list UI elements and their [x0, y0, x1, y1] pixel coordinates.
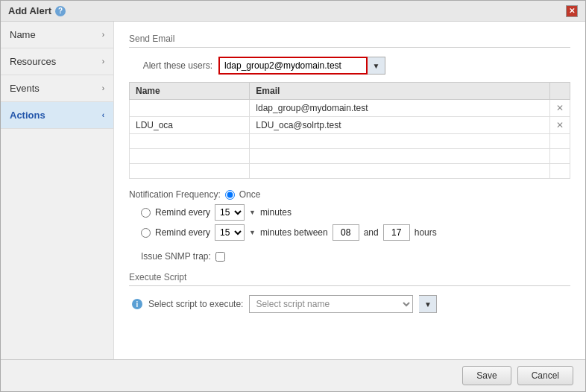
snmp-row: Issue SNMP trap:: [129, 251, 570, 262]
chevron-remind2-icon: ▼: [249, 229, 256, 236]
title-text: Add Alert: [8, 5, 51, 16]
remind1-row: Remind every 15 30 60 ▼ minutes: [129, 204, 570, 221]
execute-script-section: Execute Script i Select script to execut…: [129, 272, 570, 313]
close-button[interactable]: ✕: [566, 5, 578, 17]
hours-label: hours: [415, 227, 437, 238]
minutes2-label: minutes between: [260, 227, 328, 238]
snmp-checkbox[interactable]: [215, 252, 225, 262]
notification-section: Notification Frequency: Once Remind ever…: [129, 189, 570, 241]
chevron-right-icon-name: ›: [102, 31, 104, 39]
sidebar-label-resources: Resources: [10, 56, 56, 67]
chevron-down-script-icon: ▼: [424, 300, 432, 309]
email-dropdown-button[interactable]: ▼: [368, 57, 385, 75]
remove-button[interactable]: ✕: [550, 100, 570, 117]
dialog-titlebar: Add Alert ? ✕: [1, 1, 585, 22]
remind2-label: Remind every: [155, 227, 210, 238]
remind2-select[interactable]: 15 30 60: [215, 224, 245, 241]
minutes1-label: minutes: [260, 207, 292, 218]
table-row: ldap_group@mydomain.test ✕: [130, 100, 570, 117]
freq-remind1-radio[interactable]: [141, 208, 151, 218]
freq-once-radio[interactable]: [225, 190, 235, 200]
row-name: LDU_oca: [130, 117, 250, 134]
chevron-right-icon-events: ›: [102, 84, 104, 92]
info-icon[interactable]: i: [132, 299, 142, 309]
remove-button[interactable]: ✕: [550, 117, 570, 134]
add-alert-dialog: Add Alert ? ✕ Name › Resources › Events …: [0, 0, 586, 392]
sidebar: Name › Resources › Events › Actions ‹: [1, 22, 114, 359]
col-email-header: Email: [250, 83, 550, 100]
empty-row: [130, 134, 570, 149]
sidebar-item-events[interactable]: Events ›: [1, 75, 113, 102]
remind1-label: Remind every: [155, 207, 210, 218]
script-row: i Select script to execute: Select scrip…: [129, 295, 570, 313]
alert-users-row: Alert these users: ▼: [129, 57, 570, 75]
freq-remind2-radio[interactable]: [141, 228, 151, 238]
send-email-header: Send Email: [129, 34, 570, 48]
help-icon[interactable]: ?: [55, 6, 66, 16]
alert-users-input[interactable]: [218, 57, 368, 75]
cancel-button[interactable]: Cancel: [517, 366, 573, 385]
content-area: Send Email Alert these users: ▼ Name Ema…: [114, 22, 585, 359]
chevron-right-icon-resources: ›: [102, 57, 104, 66]
row-name: [130, 100, 250, 117]
script-dropdown-button[interactable]: ▼: [419, 295, 437, 313]
remind1-select[interactable]: 15 30 60: [215, 204, 245, 221]
empty-row: [130, 149, 570, 164]
dialog-footer: Save Cancel: [1, 359, 585, 391]
empty-row: [130, 164, 570, 179]
row-email: ldap_group@mydomain.test: [250, 100, 550, 117]
save-button[interactable]: Save: [462, 366, 511, 385]
sidebar-label-name: Name: [10, 29, 36, 40]
alert-users-label: Alert these users:: [129, 60, 218, 71]
table-row: LDU_oca LDU_oca@solrtp.test ✕: [130, 117, 570, 134]
sidebar-item-resources[interactable]: Resources ›: [1, 48, 113, 75]
sidebar-item-name[interactable]: Name ›: [1, 22, 113, 48]
freq-label-row: Notification Frequency: Once: [129, 189, 570, 200]
sidebar-label-events: Events: [10, 83, 40, 94]
snmp-label: Issue SNMP trap:: [141, 251, 211, 262]
and-label: and: [364, 227, 379, 238]
send-email-label: Send Email: [129, 34, 180, 44]
sidebar-label-actions: Actions: [10, 110, 45, 121]
chevron-down-icon: ▼: [373, 62, 380, 70]
users-table: Name Email ldap_group@mydomain.test ✕ LD…: [129, 82, 570, 179]
email-input-wrapper: ▼: [218, 57, 385, 75]
chevron-remind1-icon: ▼: [249, 209, 256, 216]
between-end-input[interactable]: [383, 224, 410, 241]
execute-script-label: Execute Script: [129, 272, 192, 282]
script-select[interactable]: Select script name: [249, 295, 413, 313]
execute-script-header: Execute Script: [129, 272, 570, 286]
freq-once-label: Once: [239, 189, 261, 200]
remind2-row: Remind every 15 30 60 ▼ minutes between …: [129, 224, 570, 241]
col-name-header: Name: [130, 83, 250, 100]
sidebar-item-actions[interactable]: Actions ‹: [1, 102, 113, 129]
row-email: LDU_oca@solrtp.test: [250, 117, 550, 134]
chevron-left-icon-actions: ‹: [102, 111, 104, 119]
dialog-body: Name › Resources › Events › Actions ‹ Se…: [1, 22, 585, 359]
col-remove-header: [550, 83, 570, 100]
dialog-title: Add Alert ?: [8, 5, 66, 16]
select-script-label: Select script to execute:: [148, 299, 243, 309]
notification-frequency-label: Notification Frequency:: [129, 189, 221, 200]
between-start-input[interactable]: [333, 224, 359, 241]
